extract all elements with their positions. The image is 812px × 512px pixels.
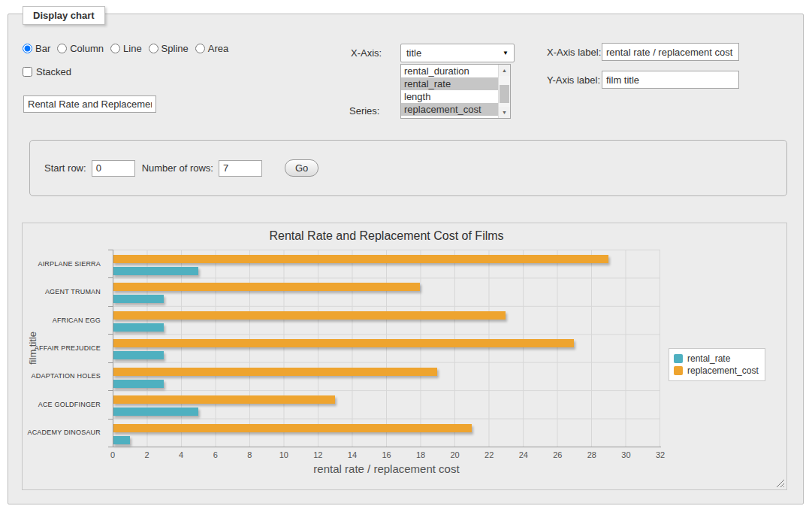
x-axis-title: rental rate / replacement cost [113, 462, 660, 475]
y-axis-label-label: Y-Axis label: [547, 74, 600, 86]
value-tick-label: 18 [416, 450, 425, 459]
value-tick-label: 8 [247, 450, 252, 459]
category-label: AGENT TRUMAN [23, 277, 107, 305]
value-tick-label: 20 [451, 450, 460, 459]
bar-rental_rate[interactable] [113, 267, 198, 275]
x-axis-selected-value: title [406, 47, 421, 59]
chart-container: Rental Rate and Replacement Cost of Film… [22, 223, 787, 490]
category-row [113, 390, 660, 418]
start-row-input[interactable] [92, 160, 135, 177]
value-tick-label: 32 [656, 450, 665, 459]
bar-rental_rate[interactable] [113, 323, 164, 332]
category-label: ACADEMY DINOSAUR [23, 419, 107, 447]
chart-type-radio-line[interactable] [110, 44, 120, 53]
chart-type-option-area[interactable]: Area [195, 43, 228, 54]
bar-replacement_cost[interactable] [113, 395, 335, 404]
bar-rental_rate[interactable] [113, 380, 164, 388]
chart-type-option-line[interactable]: Line [110, 43, 142, 54]
y-axis-label-input[interactable] [602, 71, 739, 89]
category-label: ADAPTATION HOLES [23, 362, 107, 390]
stacked-checkbox[interactable] [23, 67, 32, 77]
legend-item-rental_rate[interactable]: rental_rate [674, 353, 759, 365]
num-rows-label: Number of rows: [142, 162, 213, 174]
chart-type-label: Column [70, 43, 104, 54]
category-tick [108, 334, 113, 335]
chart-title-input[interactable] [23, 95, 156, 113]
category-row [113, 419, 660, 447]
chart-type-radio-spline[interactable] [149, 44, 158, 53]
go-button[interactable]: Go [285, 159, 318, 177]
legend-swatch [674, 354, 683, 363]
bar-replacement_cost[interactable] [113, 311, 506, 320]
chart-type-option-bar[interactable]: Bar [23, 43, 50, 54]
value-tick-label: 16 [382, 450, 391, 459]
series-option-length[interactable]: length [401, 90, 498, 103]
bar-replacement_cost[interactable] [113, 368, 437, 376]
series-multiselect[interactable]: rental_durationrental_ratelengthreplacem… [400, 64, 511, 119]
chart-type-option-spline[interactable]: Spline [149, 43, 189, 54]
scroll-down-icon[interactable]: ▼ [499, 107, 510, 118]
value-tick-label: 10 [279, 450, 288, 459]
legend-item-replacement_cost[interactable]: replacement_cost [674, 365, 759, 377]
bar-replacement_cost[interactable] [113, 255, 608, 263]
start-row-label: Start row: [44, 162, 86, 174]
category-label: AIRPLANE SIERRA [23, 250, 107, 277]
value-tick-label: 30 [621, 450, 630, 459]
chart-type-radio-bar[interactable] [23, 44, 32, 53]
x-axis-select-label: X-Axis: [351, 47, 382, 59]
value-tick-label: 26 [553, 450, 562, 459]
category-label: ACE GOLDFINGER [23, 390, 107, 418]
category-row [113, 306, 660, 334]
num-rows-input[interactable] [219, 160, 262, 177]
series-scrollbar[interactable]: ▲ ▼ [498, 65, 510, 118]
category-row [113, 334, 660, 362]
x-axis-label-input[interactable] [602, 43, 739, 61]
legend-label: rental_rate [687, 353, 730, 364]
category-tick [108, 419, 113, 420]
series-option-replacement_cost[interactable]: replacement_cost [401, 103, 498, 116]
category-axis-line [113, 250, 113, 447]
value-tick-label: 2 [145, 450, 149, 459]
value-axis-ticks: 02468101214161820222426283032 [113, 450, 660, 461]
resize-grip-icon[interactable] [776, 479, 784, 487]
bar-replacement_cost[interactable] [113, 424, 472, 432]
value-tick-label: 14 [348, 450, 357, 459]
category-tick [108, 362, 113, 363]
chart-type-radio-column[interactable] [57, 44, 67, 53]
series-option-rental_duration[interactable]: rental_duration [401, 65, 498, 77]
category-tick [108, 277, 113, 278]
x-axis-select[interactable]: title ▼ [400, 44, 515, 62]
bar-rental_rate[interactable] [113, 295, 164, 303]
category-tick [108, 390, 113, 391]
legend-swatch [674, 366, 683, 375]
scroll-up-icon[interactable]: ▲ [499, 65, 510, 76]
chart-type-option-column[interactable]: Column [57, 43, 104, 54]
value-tick-label: 24 [519, 450, 528, 459]
chevron-down-icon: ▼ [503, 50, 509, 56]
category-tick [108, 250, 113, 250]
display-chart-panel: Display chart BarColumnLineSplineArea St… [8, 14, 804, 504]
scrollbar-thumb[interactable] [500, 85, 509, 103]
stacked-checkbox-row[interactable]: Stacked [23, 66, 71, 77]
scrollbar-track[interactable] [499, 76, 510, 107]
chart-type-radio-area[interactable] [195, 44, 205, 53]
series-option-rental_rate[interactable]: rental_rate [401, 77, 498, 90]
x-axis-label-label: X-Axis label: [547, 47, 601, 58]
category-label: AFFAIR PREJUDICE [23, 334, 107, 362]
bar-rental_rate[interactable] [113, 351, 164, 359]
chart-type-label: Bar [35, 43, 50, 54]
bar-rental_rate[interactable] [113, 436, 130, 444]
plot-area [113, 250, 660, 447]
category-tick [108, 306, 113, 307]
series-options: rental_durationrental_ratelengthreplacem… [401, 65, 498, 118]
category-label: AFRICAN EGG [23, 306, 107, 334]
bar-rental_rate[interactable] [113, 407, 198, 416]
legend-label: replacement_cost [687, 365, 759, 376]
category-tick [108, 447, 113, 447]
bar-replacement_cost[interactable] [113, 339, 574, 347]
stacked-label: Stacked [36, 66, 71, 77]
category-row [113, 277, 660, 305]
chart-type-label: Line [123, 43, 142, 54]
category-axis-labels: AIRPLANE SIERRAAGENT TRUMANAFRICAN EGGAF… [23, 250, 107, 447]
bar-replacement_cost[interactable] [113, 283, 420, 291]
